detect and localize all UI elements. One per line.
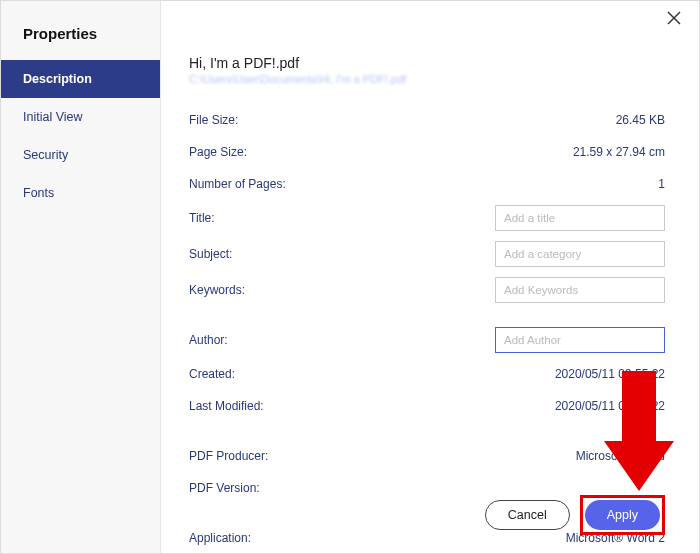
row-page-size: Page Size: 21.59 x 27.94 cm [189,141,665,163]
keywords-label: Keywords: [189,283,349,297]
row-producer: PDF Producer: Microsoft® Word [189,445,665,467]
num-pages-value: 1 [349,177,665,191]
cancel-button[interactable]: Cancel [485,500,570,530]
footer-actions: Cancel Apply [485,495,665,535]
row-created: Created: 2020/05/11 09:55:22 [189,363,665,385]
created-label: Created: [189,367,349,381]
row-title: Title: [189,205,665,231]
main-panel: Hi, I'm a PDF!.pdf C:\Users\User\Documen… [161,1,699,553]
document-title: Hi, I'm a PDF!.pdf [189,55,665,71]
sidebar-item-security[interactable]: Security [1,136,160,174]
subject-input[interactable] [495,241,665,267]
apply-highlight: Apply [580,495,665,535]
sidebar-item-fonts[interactable]: Fonts [1,174,160,212]
author-label: Author: [189,333,349,347]
sidebar-item-description[interactable]: Description [1,60,160,98]
created-value: 2020/05/11 09:55:22 [349,367,665,381]
page-size-value: 21.59 x 27.94 cm [349,145,665,159]
title-label: Title: [189,211,349,225]
document-path: C:\Users\User\Documents\Hi, I'm a PDF!.p… [189,73,665,85]
producer-value: Microsoft® Word [349,449,665,463]
producer-label: PDF Producer: [189,449,349,463]
row-author: Author: [189,327,665,353]
page-size-label: Page Size: [189,145,349,159]
application-label: Application: [189,531,349,545]
sidebar: Properties Description Initial View Secu… [1,1,161,553]
file-size-value: 26.45 KB [349,113,665,127]
sidebar-item-initial-view[interactable]: Initial View [1,98,160,136]
row-modified: Last Modified: 2020/05/11 09:55:22 [189,395,665,417]
row-num-pages: Number of Pages: 1 [189,173,665,195]
modified-label: Last Modified: [189,399,349,413]
row-subject: Subject: [189,241,665,267]
panel-title: Properties [1,1,160,60]
row-file-size: File Size: 26.45 KB [189,109,665,131]
close-button[interactable] [667,11,685,29]
keywords-input[interactable] [495,277,665,303]
num-pages-label: Number of Pages: [189,177,349,191]
apply-button[interactable]: Apply [585,500,660,530]
author-input[interactable] [495,327,665,353]
close-icon [667,11,681,25]
row-keywords: Keywords: [189,277,665,303]
file-size-label: File Size: [189,113,349,127]
title-input[interactable] [495,205,665,231]
version-label: PDF Version: [189,481,349,495]
subject-label: Subject: [189,247,349,261]
modified-value: 2020/05/11 09:55:22 [349,399,665,413]
